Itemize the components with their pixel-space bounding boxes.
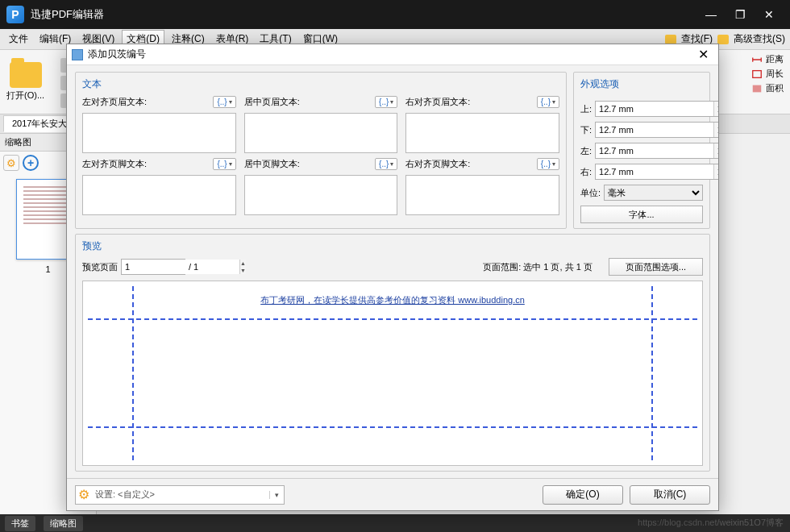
token-icon: {..} [541, 98, 551, 106]
footer-right-label: 右对齐页脚文本: [405, 158, 470, 170]
app-logo-icon: P [6, 6, 24, 23]
preview-page-spinner[interactable]: ▲▼ [121, 259, 185, 275]
margin-right-label: 右: [580, 166, 592, 178]
footer-left-insert-button[interactable]: {..}▾ [213, 158, 235, 170]
page-range-text: 页面范围: 选中 1 页, 共 1 页 [483, 261, 592, 273]
margin-right-spinner[interactable]: ▲▼ [595, 164, 718, 180]
preview-page-input[interactable] [122, 260, 239, 274]
margin-guide-top [88, 318, 697, 320]
page-range-button[interactable]: 页面范围选项... [609, 258, 703, 276]
margin-right-input[interactable] [596, 164, 713, 179]
header-right-input[interactable] [405, 113, 559, 153]
app-titlebar: P 迅捷PDF编辑器 — ❐ ✕ [0, 0, 790, 29]
measure-tools: 距离 周长 面积 [751, 53, 784, 110]
preview-canvas: 布丁考研网，在读学长提供高参考价值的复习资料 www.ibudding.cn [82, 281, 703, 466]
dialog-icon [72, 49, 83, 60]
footer-right-insert-button[interactable]: {..}▾ [537, 158, 559, 170]
gear-icon: ⚙ [76, 487, 92, 502]
preview-fieldset: 预览 预览页面 ▲▼ / 1 页面范围: 选中 1 页, 共 1 页 页面范围选… [75, 234, 710, 472]
cancel-button[interactable]: 取消(C) [630, 485, 710, 505]
area-label: 面积 [766, 82, 784, 94]
margin-left-label: 左: [580, 145, 592, 157]
thumbnail-add-button[interactable]: + [23, 155, 39, 171]
menu-file[interactable]: 文件 [5, 31, 32, 48]
folder-open-icon [10, 62, 42, 88]
header-left-insert-button[interactable]: {..}▾ [213, 96, 235, 108]
svg-rect-0 [753, 70, 762, 77]
spin-up-icon[interactable]: ▲ [714, 123, 718, 130]
distance-icon [751, 54, 763, 65]
preview-title: 预览 [82, 239, 703, 253]
spin-down-icon[interactable]: ▼ [714, 109, 718, 116]
open-file-button[interactable]: 打开(O)... [6, 53, 44, 110]
margin-left-input[interactable] [596, 143, 713, 158]
window-close-button[interactable]: ✕ [755, 3, 784, 26]
unit-label: 单位: [580, 187, 601, 199]
bottom-tab-bookmark[interactable]: 书签 [5, 516, 35, 531]
preview-page-label: 预览页面 [82, 261, 118, 273]
app-title: 迅捷PDF编辑器 [31, 7, 104, 22]
chevron-down-icon: ▾ [552, 160, 555, 168]
chevron-down-icon: ▾ [390, 98, 393, 106]
spin-up-icon[interactable]: ▲ [240, 260, 246, 267]
spin-up-icon[interactable]: ▲ [714, 164, 718, 172]
spin-down-icon[interactable]: ▼ [714, 130, 718, 137]
watermark-text: https://blog.csdn.net/weixin51O7博客 [638, 517, 784, 529]
preview-page-total: / 1 [189, 262, 198, 272]
token-icon: {..} [379, 160, 389, 168]
header-right-label: 右对齐页眉文本: [405, 96, 470, 108]
settings-preset-combo[interactable]: ⚙ 设置: <自定义> ▾ [75, 485, 285, 505]
margin-bottom-spinner[interactable]: ▲▼ [595, 122, 718, 138]
margin-left-spinner[interactable]: ▲▼ [595, 143, 718, 159]
bottom-tab-thumbnail[interactable]: 缩略图 [44, 516, 83, 531]
token-icon: {..} [217, 160, 227, 168]
distance-label: 距离 [766, 53, 784, 65]
margin-bottom-input[interactable] [596, 123, 713, 137]
header-center-label: 居中页眉文本: [244, 96, 300, 108]
adv-find-icon [717, 35, 729, 44]
window-maximize-button[interactable]: ❐ [726, 3, 755, 26]
header-center-insert-button[interactable]: {..}▾ [375, 96, 397, 108]
spin-up-icon[interactable]: ▲ [714, 102, 718, 109]
perimeter-label: 周长 [766, 68, 784, 80]
spin-up-icon[interactable]: ▲ [714, 143, 718, 151]
spin-down-icon[interactable]: ▼ [714, 151, 718, 158]
measure-distance[interactable]: 距离 [751, 53, 784, 65]
unit-select[interactable]: 毫米 [604, 185, 703, 201]
menu-adv-find[interactable]: 高级查找(S) [734, 32, 785, 46]
footer-center-label: 居中页脚文本: [244, 158, 300, 170]
margin-guide-left [132, 286, 134, 460]
spin-down-icon[interactable]: ▼ [714, 172, 718, 179]
thumbnail-settings-button[interactable]: ⚙ [3, 155, 19, 171]
settings-preset-label: 设置: <自定义> [92, 488, 158, 501]
measure-area[interactable]: 面积 [751, 82, 784, 94]
dialog-titlebar[interactable]: 添加贝茨编号 ✕ [67, 44, 718, 65]
gear-icon: ⚙ [6, 157, 16, 169]
margin-top-spinner[interactable]: ▲▼ [595, 101, 718, 117]
ok-button[interactable]: 确定(O) [543, 485, 623, 505]
area-icon [751, 83, 763, 94]
appearance-title: 外观选项 [580, 77, 703, 91]
measure-perimeter[interactable]: 周长 [751, 68, 784, 80]
dialog-close-button[interactable]: ✕ [693, 47, 713, 62]
footer-right-input[interactable] [405, 175, 559, 215]
text-fieldset: 文本 左对齐页眉文本:{..}▾ 居中页眉文本:{..}▾ 右对齐页眉文本:{.… [75, 72, 567, 229]
chevron-down-icon: ▾ [552, 98, 555, 106]
footer-center-insert-button[interactable]: {..}▾ [375, 158, 397, 170]
footer-left-input[interactable] [82, 175, 236, 215]
header-left-label: 左对齐页眉文本: [82, 96, 147, 108]
footer-left-label: 左对齐页脚文本: [82, 158, 147, 170]
token-icon: {..} [541, 160, 551, 168]
footer-center-input[interactable] [244, 175, 398, 215]
header-center-input[interactable] [244, 113, 398, 153]
font-button[interactable]: 字体... [580, 206, 703, 223]
chevron-down-icon: ▾ [229, 98, 232, 106]
header-left-input[interactable] [82, 113, 236, 153]
spin-down-icon[interactable]: ▼ [240, 267, 246, 274]
window-minimize-button[interactable]: — [696, 3, 726, 26]
margin-top-input[interactable] [596, 102, 713, 116]
chevron-down-icon[interactable]: ▾ [269, 491, 284, 499]
margin-top-label: 上: [580, 103, 592, 115]
plus-icon: + [27, 156, 34, 169]
header-right-insert-button[interactable]: {..}▾ [537, 96, 559, 108]
